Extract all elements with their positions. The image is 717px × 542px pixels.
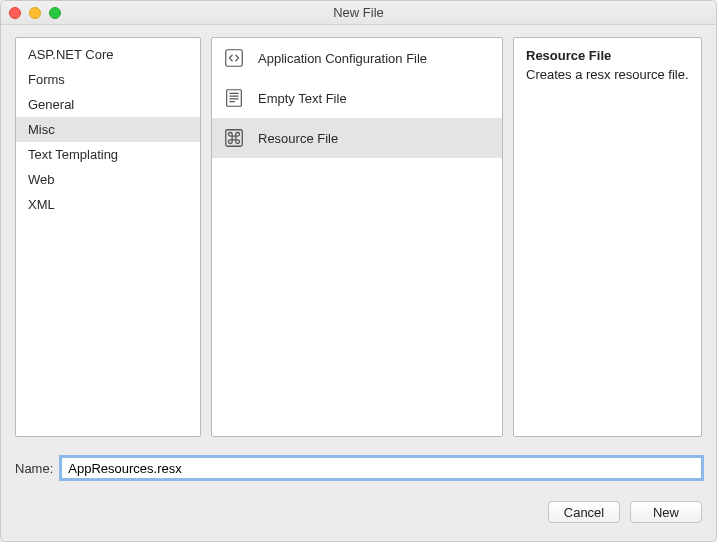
category-list: ASP.NET Core Forms General Misc Text Tem…: [16, 38, 200, 217]
close-window-button[interactable]: [9, 7, 21, 19]
cancel-button[interactable]: Cancel: [548, 501, 620, 523]
window-controls: [9, 7, 61, 19]
category-item-xml[interactable]: XML: [16, 192, 200, 217]
new-button[interactable]: New: [630, 501, 702, 523]
button-row: Cancel New: [15, 501, 702, 523]
maximize-window-button[interactable]: [49, 7, 61, 19]
name-label: Name:: [15, 461, 53, 476]
category-item-texttemplating[interactable]: Text Templating: [16, 142, 200, 167]
template-label: Empty Text File: [258, 91, 347, 106]
svg-rect-6: [226, 130, 243, 147]
category-item-aspnetcore[interactable]: ASP.NET Core: [16, 42, 200, 67]
description-panel: Resource File Creates a resx resource fi…: [513, 37, 702, 437]
dialog-content: ASP.NET Core Forms General Misc Text Tem…: [1, 25, 716, 541]
code-icon: [222, 46, 246, 70]
category-item-web[interactable]: Web: [16, 167, 200, 192]
template-panel: Application Configuration File Empty Tex…: [211, 37, 503, 437]
svg-rect-1: [227, 90, 242, 107]
template-item-textfile[interactable]: Empty Text File: [212, 78, 502, 118]
template-label: Application Configuration File: [258, 51, 427, 66]
category-panel: ASP.NET Core Forms General Misc Text Tem…: [15, 37, 201, 437]
svg-rect-0: [226, 50, 243, 67]
minimize-window-button[interactable]: [29, 7, 41, 19]
name-row: Name:: [15, 457, 702, 479]
category-item-general[interactable]: General: [16, 92, 200, 117]
description-title: Resource File: [526, 48, 689, 63]
titlebar: New File: [1, 1, 716, 25]
category-item-forms[interactable]: Forms: [16, 67, 200, 92]
template-item-appconfig[interactable]: Application Configuration File: [212, 38, 502, 78]
name-input[interactable]: [61, 457, 702, 479]
template-label: Resource File: [258, 131, 338, 146]
category-item-misc[interactable]: Misc: [16, 117, 200, 142]
window-title: New File: [1, 5, 716, 20]
panels-row: ASP.NET Core Forms General Misc Text Tem…: [15, 37, 702, 437]
text-file-icon: [222, 86, 246, 110]
description-text: Creates a resx resource file.: [526, 67, 689, 82]
command-icon: [222, 126, 246, 150]
template-item-resource[interactable]: Resource File: [212, 118, 502, 158]
